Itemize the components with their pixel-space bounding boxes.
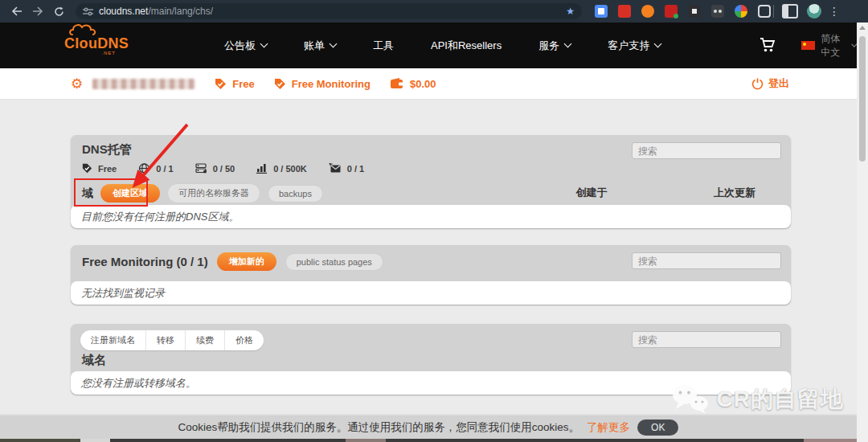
translate-extension-icon[interactable] [595, 5, 608, 18]
extensions-row [595, 5, 771, 18]
balance-item[interactable]: $0.00 [390, 78, 436, 90]
tab-renew[interactable]: 续费 [186, 330, 225, 350]
backups-button[interactable]: backups [268, 185, 323, 203]
monitoring-empty-message: 无法找到监视记录 [71, 281, 791, 305]
monitoring-badge[interactable]: Free Monitoring [274, 78, 371, 90]
monitoring-section: Free Monitoring (0 / 1) 增加新的 public stat… [71, 245, 791, 305]
server-icon [195, 163, 207, 174]
nav-billing[interactable]: 账单 [285, 39, 354, 53]
power-icon [751, 78, 764, 90]
toolbar-separator [773, 5, 774, 18]
tab-transfer[interactable]: 转移 [146, 330, 186, 350]
outline-extension-icon[interactable] [758, 5, 771, 18]
cookie-bar: Cookies帮助我们提供我们的服务。通过使用我们的服务，您同意我们使用cook… [0, 415, 857, 439]
cookie-message: Cookies帮助我们提供我们的服务。通过使用我们的服务，您同意我们使用cook… [178, 420, 580, 435]
split-screen-icon[interactable] [782, 4, 798, 18]
logout-button[interactable]: 登出 [751, 76, 789, 91]
logo-text: ClouDNS [64, 35, 116, 52]
redacted-email[interactable] [92, 79, 195, 89]
domains-section-title: 域名 [82, 353, 106, 368]
red-book-extension-icon[interactable] [665, 5, 678, 18]
scrollbar-thumb[interactable] [859, 36, 866, 162]
cart-icon [760, 38, 776, 53]
tag-check-icon [82, 163, 92, 174]
zone-actions-row: 域 创建区域 可用的名称服务器 backups [82, 183, 323, 203]
wallet-icon [390, 78, 404, 89]
url-path: /main/lang/chs/ [148, 6, 213, 17]
cookie-ok-button[interactable]: OK [637, 419, 678, 436]
dns-hosting-section: DNS托管 Free 0 / 1 0 / 50 0 / 500K 0 / 1 域… [71, 135, 791, 228]
scroll-up-arrow[interactable] [859, 26, 866, 30]
back-icon[interactable] [6, 6, 27, 16]
language-label: 简体中文 [821, 32, 847, 59]
zone-label: 域 [82, 186, 93, 201]
colorful-extension-icon[interactable] [735, 5, 747, 18]
monitoring-search-input[interactable] [632, 252, 781, 269]
reload-icon[interactable] [48, 6, 69, 17]
url-text: cloudns.net/main/lang/chs/ [99, 6, 213, 17]
account-bar: ⚙ Free Free Monitoring $0.00 登出 [0, 68, 857, 100]
mail-forward-icon [329, 163, 342, 174]
nav-dashboard[interactable]: 公告板 [206, 39, 285, 53]
dns-search-input[interactable] [632, 142, 781, 159]
stat-plan: Free [82, 163, 117, 174]
forward-icon[interactable] [27, 6, 48, 16]
tag-check-icon [215, 78, 227, 90]
chevron-down-icon [260, 40, 268, 48]
chevron-down-icon [330, 40, 338, 48]
browser-menu-icon[interactable]: ⋮ [829, 5, 835, 18]
red-extension-icon[interactable] [618, 5, 631, 18]
browser-toolbar: cloudns.net/main/lang/chs/ ★ ⋮ [0, 0, 868, 23]
tab-register-domain[interactable]: 注册新域名 [80, 330, 146, 350]
stat-records: 0 / 50 [195, 163, 235, 174]
stat-mail: 0 / 1 [329, 163, 364, 174]
add-monitoring-button[interactable]: 增加新的 [217, 252, 276, 271]
cloudns-logo[interactable]: ClouDNS .NET [64, 35, 116, 55]
dark-extension-icon[interactable] [688, 5, 701, 18]
main-nav: 公告板 账单 工具 API和Resellers 服务 客户支持 [206, 39, 679, 53]
orange-extension-icon[interactable] [641, 5, 654, 18]
tab-prices[interactable]: 价格 [225, 330, 264, 350]
dots-extension-icon[interactable] [711, 5, 724, 18]
gear-icon[interactable]: ⚙ [71, 77, 83, 91]
stat-queries: 0 / 500K [256, 163, 307, 174]
tag-check-icon [274, 78, 286, 90]
china-flag-icon [801, 41, 815, 50]
address-bar[interactable]: cloudns.net/main/lang/chs/ ★ [76, 3, 582, 19]
nameservers-button[interactable]: 可用的名称服务器 [167, 183, 260, 203]
dns-empty-message: 目前您没有任何注册的DNS区域。 [71, 205, 791, 228]
domains-search-input[interactable] [632, 331, 781, 348]
language-selector[interactable]: 简体中文 [801, 32, 857, 59]
cookie-learn-more-link[interactable]: 了解更多 [587, 420, 630, 435]
nav-services[interactable]: 服务 [520, 39, 589, 53]
bar-chart-icon [256, 163, 268, 174]
site-info-icon[interactable] [83, 7, 93, 16]
domain-tabs: 注册新域名 转移 续费 价格 [80, 330, 264, 350]
browser-profile-avatar[interactable] [807, 4, 821, 18]
monitoring-section-title: Free Monitoring (0 / 1) [82, 255, 208, 268]
plan-badge[interactable]: Free [215, 78, 254, 90]
nav-api-resellers[interactable]: API和Resellers [412, 39, 520, 53]
stat-zones: 0 / 1 [138, 163, 173, 174]
create-zone-button[interactable]: 创建区域 [100, 184, 160, 203]
url-domain: cloudns.net [99, 6, 148, 17]
chevron-down-icon [564, 40, 572, 48]
domains-section: 注册新域名 转移 续费 价格 域名 您没有注册或转移域名。 [71, 324, 791, 395]
chevron-down-icon [654, 40, 662, 48]
cloud-icon [69, 23, 111, 36]
page-scrollbar[interactable] [857, 23, 868, 442]
status-pages-button[interactable]: public status pages [285, 253, 383, 271]
domains-empty-message: 您没有注册或转移域名。 [71, 371, 791, 395]
site-header: ClouDNS .NET 公告板 账单 工具 API和Resellers 服务 … [0, 23, 857, 68]
cart-button[interactable] [760, 38, 776, 53]
dns-section-title: DNS托管 [82, 142, 132, 158]
bookmark-star-icon[interactable]: ★ [566, 6, 575, 16]
created-column-header: 创建于 [559, 186, 624, 200]
bottom-edge-strip [0, 439, 868, 442]
dns-stats-row: Free 0 / 1 0 / 50 0 / 500K 0 / 1 [82, 163, 364, 174]
globe-icon [138, 163, 150, 174]
updated-column-header: 上次更新 [694, 186, 775, 200]
nav-tools[interactable]: 工具 [354, 39, 412, 53]
nav-support[interactable]: 客户支持 [589, 39, 679, 53]
